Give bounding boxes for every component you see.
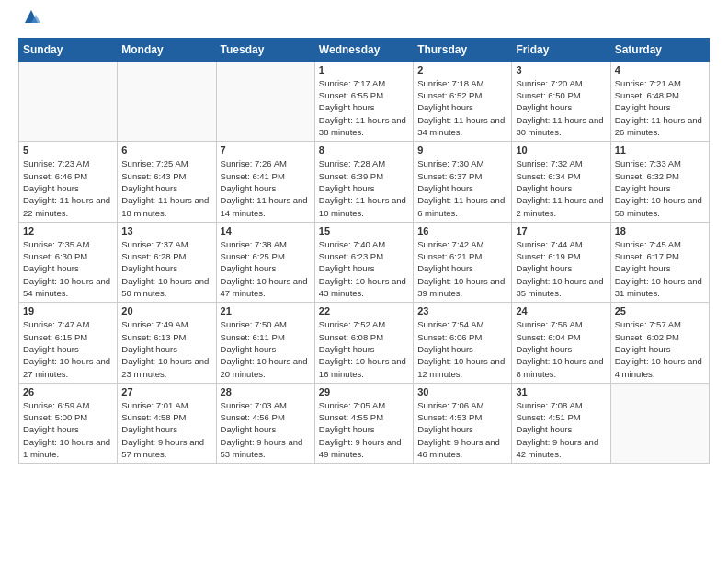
day-info: Sunrise: 7:17 AM Sunset: 6:55 PM Dayligh… xyxy=(319,77,409,138)
day-number: 26 xyxy=(23,386,113,397)
day-number: 4 xyxy=(615,64,705,75)
calendar-cell: 20 Sunrise: 7:49 AM Sunset: 6:13 PM Dayl… xyxy=(118,303,216,383)
day-number: 6 xyxy=(121,144,211,155)
day-number: 18 xyxy=(615,225,705,236)
day-number: 28 xyxy=(221,386,311,397)
day-number: 22 xyxy=(319,305,409,316)
day-info: Sunrise: 6:59 AM Sunset: 5:00 PM Dayligh… xyxy=(23,399,113,460)
day-info: Sunrise: 7:56 AM Sunset: 6:04 PM Dayligh… xyxy=(516,318,606,379)
day-number: 16 xyxy=(417,225,507,236)
week-row-2: 12 Sunrise: 7:35 AM Sunset: 6:30 PM Dayl… xyxy=(19,222,710,302)
day-info: Sunrise: 7:37 AM Sunset: 6:28 PM Dayligh… xyxy=(121,238,211,299)
calendar-cell: 27 Sunrise: 7:01 AM Sunset: 4:58 PM Dayl… xyxy=(118,383,216,463)
calendar-cell: 23 Sunrise: 7:54 AM Sunset: 6:06 PM Dayl… xyxy=(414,303,512,383)
day-info: Sunrise: 7:35 AM Sunset: 6:30 PM Dayligh… xyxy=(23,238,113,299)
calendar-cell: 15 Sunrise: 7:40 AM Sunset: 6:23 PM Dayl… xyxy=(314,222,413,302)
day-info: Sunrise: 7:57 AM Sunset: 6:02 PM Dayligh… xyxy=(615,318,705,379)
calendar-cell: 17 Sunrise: 7:44 AM Sunset: 6:19 PM Dayl… xyxy=(512,222,610,302)
day-info: Sunrise: 7:06 AM Sunset: 4:53 PM Dayligh… xyxy=(417,399,507,460)
calendar-wrapper: SundayMondayTuesdayWednesdayThursdayFrid… xyxy=(0,38,728,473)
day-info: Sunrise: 7:25 AM Sunset: 6:43 PM Dayligh… xyxy=(121,157,211,218)
calendar-cell: 30 Sunrise: 7:06 AM Sunset: 4:53 PM Dayl… xyxy=(414,383,512,463)
calendar-cell: 9 Sunrise: 7:30 AM Sunset: 6:37 PM Dayli… xyxy=(414,142,512,222)
calendar-cell: 29 Sunrise: 7:05 AM Sunset: 4:55 PM Dayl… xyxy=(314,383,413,463)
day-number: 14 xyxy=(221,225,311,236)
calendar-cell: 14 Sunrise: 7:38 AM Sunset: 6:25 PM Dayl… xyxy=(216,222,314,302)
day-info: Sunrise: 7:18 AM Sunset: 6:52 PM Dayligh… xyxy=(417,77,507,138)
calendar-cell: 4 Sunrise: 7:21 AM Sunset: 6:48 PM Dayli… xyxy=(610,61,709,141)
day-info: Sunrise: 7:54 AM Sunset: 6:06 PM Dayligh… xyxy=(417,318,507,379)
day-number: 3 xyxy=(516,64,606,75)
calendar-cell: 31 Sunrise: 7:08 AM Sunset: 4:51 PM Dayl… xyxy=(512,383,610,463)
calendar-cell: 8 Sunrise: 7:28 AM Sunset: 6:39 PM Dayli… xyxy=(314,142,413,222)
logo xyxy=(18,11,41,30)
calendar-cell: 28 Sunrise: 7:03 AM Sunset: 4:56 PM Dayl… xyxy=(216,383,314,463)
calendar-cell: 2 Sunrise: 7:18 AM Sunset: 6:52 PM Dayli… xyxy=(414,61,512,141)
day-number: 7 xyxy=(221,144,311,155)
day-header-thursday: Thursday xyxy=(414,38,512,61)
day-number: 30 xyxy=(417,386,507,397)
day-number: 20 xyxy=(121,305,211,316)
week-row-1: 5 Sunrise: 7:23 AM Sunset: 6:46 PM Dayli… xyxy=(19,142,710,222)
calendar-header: SundayMondayTuesdayWednesdayThursdayFrid… xyxy=(19,38,710,61)
day-number: 2 xyxy=(417,64,507,75)
calendar-table: SundayMondayTuesdayWednesdayThursdayFrid… xyxy=(18,38,710,464)
calendar-cell: 24 Sunrise: 7:56 AM Sunset: 6:04 PM Dayl… xyxy=(512,303,610,383)
day-number: 15 xyxy=(319,225,409,236)
day-info: Sunrise: 7:20 AM Sunset: 6:50 PM Dayligh… xyxy=(516,77,606,138)
day-info: Sunrise: 7:28 AM Sunset: 6:39 PM Dayligh… xyxy=(319,157,409,218)
day-header-monday: Monday xyxy=(118,38,216,61)
day-number: 24 xyxy=(516,305,606,316)
day-number: 8 xyxy=(319,144,409,155)
day-info: Sunrise: 7:26 AM Sunset: 6:41 PM Dayligh… xyxy=(221,157,311,218)
day-info: Sunrise: 7:50 AM Sunset: 6:11 PM Dayligh… xyxy=(221,318,311,379)
calendar-cell: 11 Sunrise: 7:33 AM Sunset: 6:32 PM Dayl… xyxy=(610,142,709,222)
day-header-wednesday: Wednesday xyxy=(314,38,413,61)
day-header-friday: Friday xyxy=(512,38,610,61)
calendar-cell: 10 Sunrise: 7:32 AM Sunset: 6:34 PM Dayl… xyxy=(512,142,610,222)
day-number: 5 xyxy=(23,144,113,155)
day-info: Sunrise: 7:21 AM Sunset: 6:48 PM Dayligh… xyxy=(615,77,705,138)
day-info: Sunrise: 7:03 AM Sunset: 4:56 PM Dayligh… xyxy=(221,399,311,460)
day-info: Sunrise: 7:44 AM Sunset: 6:19 PM Dayligh… xyxy=(516,238,606,299)
day-info: Sunrise: 7:42 AM Sunset: 6:21 PM Dayligh… xyxy=(417,238,507,299)
day-info: Sunrise: 7:05 AM Sunset: 4:55 PM Dayligh… xyxy=(319,399,409,460)
day-number: 29 xyxy=(319,386,409,397)
day-number: 12 xyxy=(23,225,113,236)
calendar-cell: 5 Sunrise: 7:23 AM Sunset: 6:46 PM Dayli… xyxy=(19,142,118,222)
logo-icon xyxy=(21,6,41,27)
day-number: 31 xyxy=(516,386,606,397)
day-info: Sunrise: 7:01 AM Sunset: 4:58 PM Dayligh… xyxy=(121,399,211,460)
day-info: Sunrise: 7:33 AM Sunset: 6:32 PM Dayligh… xyxy=(615,157,705,218)
day-info: Sunrise: 7:38 AM Sunset: 6:25 PM Dayligh… xyxy=(221,238,311,299)
day-info: Sunrise: 7:40 AM Sunset: 6:23 PM Dayligh… xyxy=(319,238,409,299)
calendar-cell: 16 Sunrise: 7:42 AM Sunset: 6:21 PM Dayl… xyxy=(414,222,512,302)
day-info: Sunrise: 7:52 AM Sunset: 6:08 PM Dayligh… xyxy=(319,318,409,379)
day-info: Sunrise: 7:23 AM Sunset: 6:46 PM Dayligh… xyxy=(23,157,113,218)
calendar-cell: 13 Sunrise: 7:37 AM Sunset: 6:28 PM Dayl… xyxy=(118,222,216,302)
page-container: SundayMondayTuesdayWednesdayThursdayFrid… xyxy=(0,0,728,473)
day-info: Sunrise: 7:30 AM Sunset: 6:37 PM Dayligh… xyxy=(417,157,507,218)
calendar-cell: 19 Sunrise: 7:47 AM Sunset: 6:15 PM Dayl… xyxy=(19,303,118,383)
calendar-cell: 6 Sunrise: 7:25 AM Sunset: 6:43 PM Dayli… xyxy=(118,142,216,222)
day-header-saturday: Saturday xyxy=(610,38,709,61)
day-number: 21 xyxy=(221,305,311,316)
day-number: 17 xyxy=(516,225,606,236)
day-info: Sunrise: 7:49 AM Sunset: 6:13 PM Dayligh… xyxy=(121,318,211,379)
day-header-sunday: Sunday xyxy=(19,38,118,61)
calendar-cell: 22 Sunrise: 7:52 AM Sunset: 6:08 PM Dayl… xyxy=(314,303,413,383)
day-number: 13 xyxy=(121,225,211,236)
calendar-cell: 7 Sunrise: 7:26 AM Sunset: 6:41 PM Dayli… xyxy=(216,142,314,222)
calendar-cell xyxy=(216,61,314,141)
day-number: 9 xyxy=(417,144,507,155)
calendar-cell xyxy=(118,61,216,141)
day-number: 1 xyxy=(319,64,409,75)
calendar-cell: 1 Sunrise: 7:17 AM Sunset: 6:55 PM Dayli… xyxy=(314,61,413,141)
calendar-cell xyxy=(19,61,118,141)
day-header-tuesday: Tuesday xyxy=(216,38,314,61)
day-number: 19 xyxy=(23,305,113,316)
calendar-body: 1 Sunrise: 7:17 AM Sunset: 6:55 PM Dayli… xyxy=(19,61,710,463)
day-info: Sunrise: 7:47 AM Sunset: 6:15 PM Dayligh… xyxy=(23,318,113,379)
week-row-0: 1 Sunrise: 7:17 AM Sunset: 6:55 PM Dayli… xyxy=(19,61,710,141)
calendar-cell: 18 Sunrise: 7:45 AM Sunset: 6:17 PM Dayl… xyxy=(610,222,709,302)
